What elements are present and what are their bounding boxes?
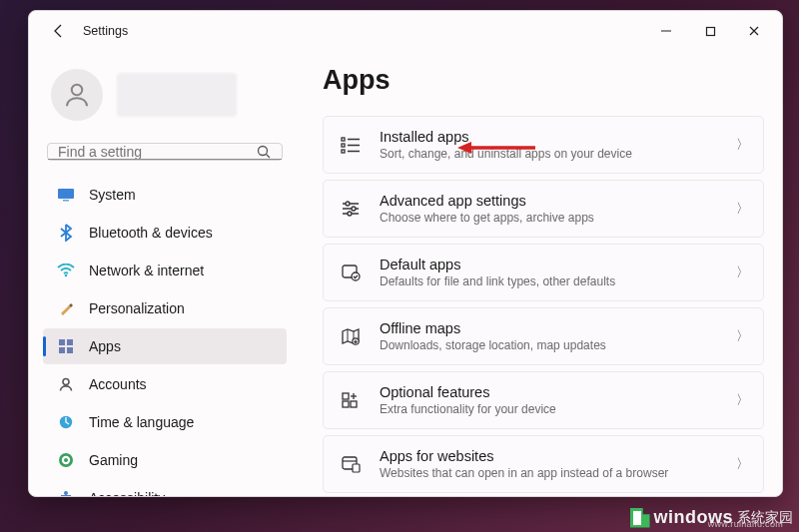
page-title: Apps [323, 65, 764, 96]
card-subtitle: Choose where to get apps, archive apps [380, 211, 594, 225]
gaming-icon [57, 451, 75, 469]
nav-item-system[interactable]: System [43, 177, 287, 213]
minimize-icon [660, 25, 672, 37]
svg-rect-9 [67, 339, 73, 345]
apps-icon [57, 337, 75, 355]
svg-rect-20 [342, 144, 345, 147]
nav-item-personalization[interactable]: Personalization [43, 290, 287, 326]
nav-list: System Bluetooth & devices Network & int… [43, 177, 287, 496]
svg-rect-22 [342, 150, 345, 153]
svg-rect-8 [59, 339, 65, 345]
card-optional-features[interactable]: Optional features Extra functionality fo… [323, 371, 764, 429]
card-title: Installed apps [380, 129, 632, 145]
svg-rect-37 [343, 401, 349, 407]
nav-item-accounts[interactable]: Accounts [43, 366, 287, 402]
watermark-url: www.ruihaifu.com [708, 519, 783, 529]
list-icon [338, 136, 364, 154]
svg-point-16 [64, 458, 68, 462]
svg-point-27 [352, 207, 356, 211]
card-subtitle: Defaults for file and link types, other … [380, 274, 615, 288]
nav-label: Bluetooth & devices [89, 225, 213, 241]
card-subtitle: Downloads, storage location, map updates [380, 338, 606, 352]
profile-area[interactable] [43, 59, 287, 137]
nav-label: System [89, 187, 136, 203]
chevron-right-icon: 〉 [736, 200, 749, 218]
nav-item-time-language[interactable]: Time & language [43, 404, 287, 440]
card-installed-apps[interactable]: Installed apps Sort, change, and uninsta… [323, 116, 764, 174]
map-icon [338, 327, 364, 345]
maximize-button[interactable] [688, 15, 732, 47]
svg-rect-43 [353, 464, 360, 472]
card-offline-maps[interactable]: Offline maps Downloads, storage location… [323, 307, 764, 365]
titlebar: Settings [29, 11, 782, 51]
accounts-icon [57, 375, 75, 393]
nav-label: Accessibility [89, 490, 165, 496]
sliders-icon [338, 200, 364, 218]
settings-window: Settings [28, 10, 783, 497]
svg-point-31 [352, 272, 360, 280]
back-button[interactable] [43, 23, 75, 39]
minimize-button[interactable] [644, 15, 688, 47]
card-apps-for-websites[interactable]: Apps for websites Websites that can open… [323, 435, 764, 493]
sidebar: System Bluetooth & devices Network & int… [29, 51, 297, 496]
svg-rect-5 [58, 189, 74, 199]
plus-grid-icon [338, 391, 364, 409]
svg-point-12 [63, 379, 69, 385]
search-input[interactable] [58, 144, 256, 160]
svg-rect-11 [67, 347, 73, 353]
main-content: Apps Installed apps Sort, change, and un… [297, 51, 782, 496]
globe-clock-icon [57, 413, 75, 431]
watermark-logo-icon [630, 508, 650, 528]
svg-rect-18 [342, 138, 345, 141]
arrow-left-icon [51, 23, 67, 39]
svg-point-7 [65, 274, 68, 277]
apps-websites-icon [338, 455, 364, 473]
nav-item-network[interactable]: Network & internet [43, 253, 287, 288]
card-default-apps[interactable]: Default apps Defaults for file and link … [323, 244, 764, 301]
svg-point-25 [346, 202, 350, 206]
chevron-right-icon: 〉 [736, 327, 749, 345]
chevron-right-icon: 〉 [736, 264, 749, 281]
nav-label: Accounts [89, 376, 147, 392]
chevron-right-icon: 〉 [736, 136, 749, 154]
svg-rect-6 [63, 200, 69, 202]
card-subtitle: Websites that can open in an app instead… [380, 466, 668, 480]
svg-point-2 [72, 85, 83, 96]
nav-item-accessibility[interactable]: Accessibility [43, 480, 287, 496]
search-icon [256, 144, 272, 160]
card-title: Optional features [380, 384, 556, 400]
watermark: windows 系统家园 www.ruihaifu.com [630, 507, 794, 528]
svg-point-17 [64, 491, 68, 495]
nav-item-gaming[interactable]: Gaming [43, 442, 287, 478]
card-title: Offline maps [380, 320, 606, 336]
nav-label: Time & language [89, 414, 194, 430]
svg-rect-1 [706, 27, 714, 35]
chevron-right-icon: 〉 [736, 455, 749, 473]
search-box[interactable] [47, 143, 283, 161]
svg-line-4 [267, 155, 271, 159]
window-title: Settings [83, 24, 128, 38]
card-advanced-app-settings[interactable]: Advanced app settings Choose where to ge… [323, 180, 764, 238]
nav-label: Gaming [89, 452, 138, 468]
chevron-right-icon: 〉 [736, 391, 749, 409]
default-apps-icon [338, 264, 364, 281]
system-icon [57, 186, 75, 204]
card-list: Installed apps Sort, change, and uninsta… [323, 116, 764, 496]
svg-rect-36 [343, 393, 349, 399]
nav-item-apps[interactable]: Apps [43, 328, 287, 364]
svg-rect-10 [59, 347, 65, 353]
nav-item-bluetooth[interactable]: Bluetooth & devices [43, 215, 287, 251]
wifi-icon [57, 262, 75, 279]
close-button[interactable] [732, 15, 776, 47]
profile-name-redacted [117, 73, 237, 117]
svg-rect-38 [351, 401, 357, 407]
person-icon [62, 80, 92, 110]
maximize-icon [705, 26, 716, 37]
nav-label: Apps [89, 338, 121, 354]
close-icon [748, 25, 760, 37]
card-title: Advanced app settings [380, 193, 594, 209]
svg-point-29 [348, 212, 352, 216]
card-subtitle: Extra functionality for your device [380, 402, 556, 416]
card-title: Default apps [380, 257, 615, 272]
avatar [51, 69, 103, 121]
